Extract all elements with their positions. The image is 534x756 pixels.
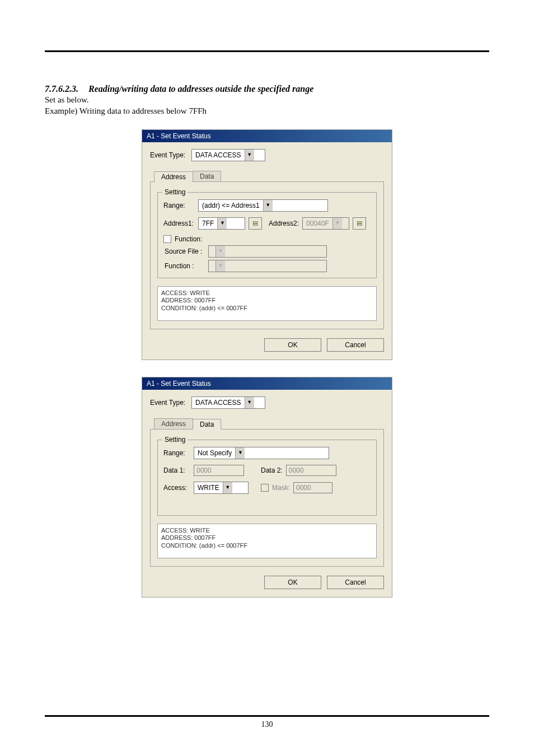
dialog-title: A1 - Set Event Status <box>142 130 392 142</box>
summary-box: ACCESS: WRITE ADDRESS: 0007FF CONDITION:… <box>157 286 377 321</box>
cancel-button[interactable]: Cancel <box>327 576 384 589</box>
dialog-address: A1 - Set Event Status Event Type: DATA A… <box>142 129 392 360</box>
data1-input: 0000 <box>194 465 244 476</box>
event-type-select[interactable]: DATA ACCESS ▼ <box>191 396 265 409</box>
chevron-down-icon: ▼ <box>223 482 232 493</box>
function-label: Function : <box>163 262 205 270</box>
chevron-down-icon: ▼ <box>263 200 273 211</box>
access-label: Access: <box>163 484 190 492</box>
heading-text: Reading/writing data to addresses outsid… <box>88 84 313 94</box>
range-select[interactable]: (addr) <= Address1 ▼ <box>198 199 328 212</box>
ok-button[interactable]: OK <box>264 576 321 589</box>
range-label: Range: <box>163 449 190 457</box>
dialog-title: A1 - Set Event Status <box>142 377 392 390</box>
address2-browse-button[interactable]: ▤ <box>353 217 366 230</box>
chevron-down-icon: ▼ <box>217 218 227 229</box>
sheet-icon: ▤ <box>357 220 362 227</box>
function-checkbox[interactable] <box>163 235 171 243</box>
data2-input: 0000 <box>286 465 336 476</box>
chevron-down-icon: ▼ <box>245 397 254 408</box>
function-chk-label: Function: <box>175 235 202 243</box>
dialog-data: A1 - Set Event Status Event Type: DATA A… <box>142 377 392 598</box>
summary-box: ACCESS: WRITE ADDRESS: 0007FF CONDITION:… <box>157 524 377 558</box>
body-line-2: Example) Writing data to addresses below… <box>45 105 489 116</box>
tab-address[interactable]: Address <box>154 418 193 429</box>
chevron-down-icon: ▼ <box>332 218 342 229</box>
section-heading: 7.7.6.2.3. Reading/writing data to addre… <box>45 84 489 94</box>
chevron-down-icon: ▼ <box>235 447 245 459</box>
address2-input: 00040F ▼ <box>302 217 349 230</box>
address1-browse-button[interactable]: ▤ <box>249 217 262 230</box>
body-line-1: Set as below. <box>45 94 489 105</box>
range-select[interactable]: Not Specify ▼ <box>194 447 329 459</box>
chevron-down-icon: ▼ <box>245 150 254 161</box>
sheet-icon: ▤ <box>252 220 258 227</box>
cancel-button[interactable]: Cancel <box>327 338 384 352</box>
mask-label: Mask: <box>272 484 290 492</box>
group-title: Setting <box>162 188 188 196</box>
address1-input[interactable]: 7FF ▼ <box>198 217 245 230</box>
range-label: Range: <box>163 202 195 209</box>
tab-data[interactable]: Data <box>193 171 221 181</box>
page-number: 130 <box>0 720 534 729</box>
event-type-select[interactable]: DATA ACCESS ▼ <box>191 149 265 161</box>
mask-input: 0000 <box>293 482 332 493</box>
source-file-label: Source File : <box>163 248 205 255</box>
tab-address[interactable]: Address <box>154 171 193 182</box>
heading-number: 7.7.6.2.3. <box>45 84 86 94</box>
data2-label: Data 2: <box>261 466 283 474</box>
ok-button[interactable]: OK <box>264 338 321 352</box>
group-title: Setting <box>162 436 188 444</box>
address2-label: Address2: <box>269 220 299 227</box>
tab-panel: Address Data Setting Range: (addr) <= Ad… <box>150 181 384 329</box>
chevron-down-icon: ▼ <box>216 246 225 257</box>
tab-data[interactable]: Data <box>193 419 221 430</box>
data1-label: Data 1: <box>163 466 190 474</box>
event-type-label: Event Type: <box>150 151 188 159</box>
chevron-down-icon: ▼ <box>216 260 225 272</box>
setting-group: Setting Range: Not Specify ▼ Data 1: 000… <box>157 440 377 516</box>
tab-panel: Address Data Setting Range: Not Specify … <box>150 429 384 567</box>
event-type-label: Event Type: <box>150 399 188 407</box>
access-select[interactable]: WRITE ▼ <box>194 482 249 494</box>
function-select: ▼ <box>208 260 327 272</box>
address1-label: Address1: <box>163 220 195 227</box>
setting-group: Setting Range: (addr) <= Address1 ▼ Addr… <box>157 192 377 278</box>
mask-checkbox <box>261 484 269 492</box>
source-file-select: ▼ <box>208 245 327 258</box>
